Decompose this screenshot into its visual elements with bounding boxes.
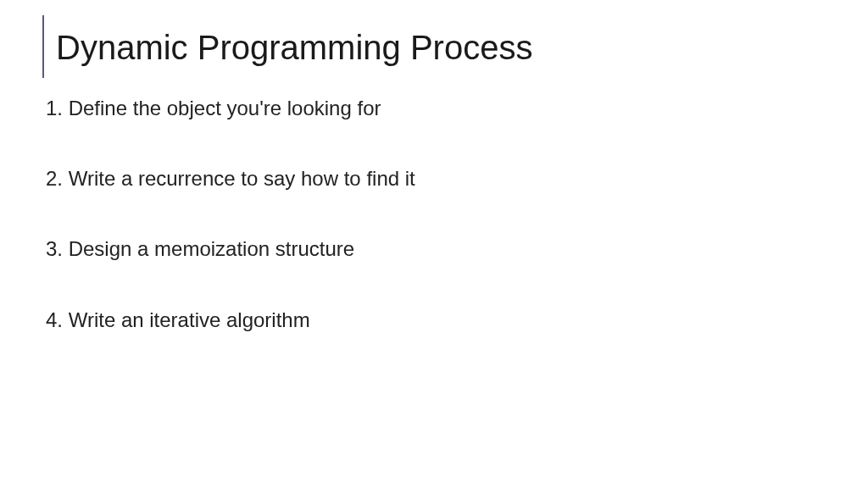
step-item: 3. Design a memoization structure [46, 236, 826, 262]
step-item: 1. Define the object you're looking for [46, 95, 826, 121]
slide-container: Dynamic Programming Process 1. Define th… [0, 0, 868, 488]
step-item: 2. Write a recurrence to say how to find… [46, 165, 826, 191]
step-item: 4. Write an iterative algorithm [46, 307, 826, 333]
title-wrap: Dynamic Programming Process [42, 24, 826, 71]
title-accent-bar [42, 15, 44, 78]
slide-title: Dynamic Programming Process [56, 24, 532, 71]
steps-list: 1. Define the object you're looking for … [42, 95, 826, 333]
